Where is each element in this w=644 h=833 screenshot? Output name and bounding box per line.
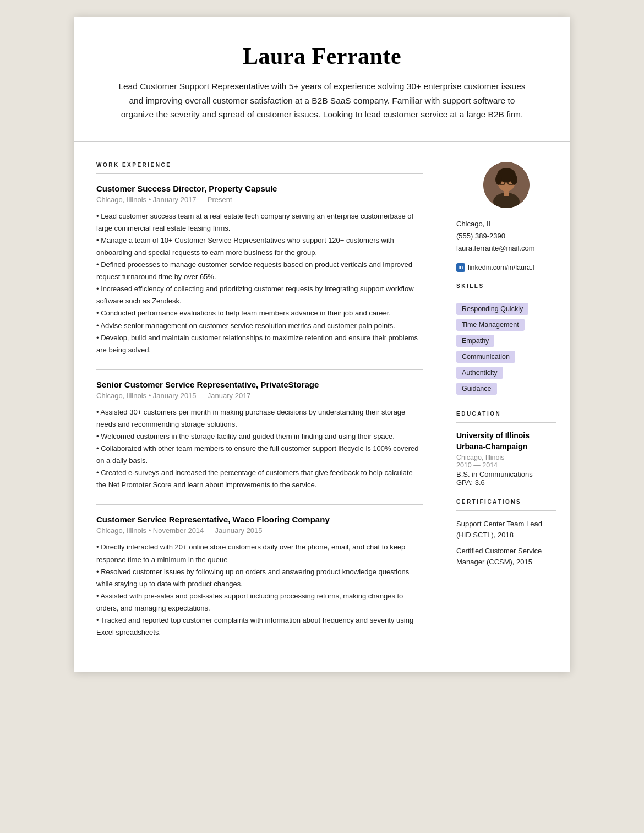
certifications-label: CERTIFICATIONS — [456, 499, 556, 505]
resume-wrapper: Laura Ferrante Lead Customer Support Rep… — [74, 17, 570, 672]
education-section: EDUCATION University of Illinois Urbana-… — [456, 411, 556, 487]
skill-tag: Authenticity — [456, 367, 503, 379]
job-1: Customer Success Director, Property Caps… — [96, 184, 423, 356]
skills-divider — [456, 295, 556, 295]
candidate-summary: Lead Customer Support Representative wit… — [118, 79, 526, 122]
skill-tag: Guidance — [456, 383, 497, 395]
job-2-bullets: • Assisted 30+ customers per month in ma… — [96, 406, 423, 492]
edu-gpa: GPA: 3.6 — [456, 478, 556, 487]
resume-header: Laura Ferrante Lead Customer Support Rep… — [74, 17, 570, 141]
avatar-image — [483, 162, 530, 208]
work-section-divider — [96, 173, 423, 174]
candidate-name: Laura Ferrante — [118, 43, 526, 69]
svg-point-3 — [495, 174, 502, 185]
svg-point-4 — [511, 174, 517, 185]
cert-item: Support Center Team Lead (HID SCTL), 201… — [456, 519, 556, 540]
education-divider — [456, 422, 556, 423]
certifications-section: CERTIFICATIONS Support Center Team Lead … — [456, 499, 556, 567]
job-3-bullets: • Directly interacted with 20+ online st… — [96, 541, 423, 639]
contact-phone: (555) 389-2390 — [456, 230, 556, 242]
right-column: Chicago, IL (555) 389-2390 laura.ferrant… — [443, 142, 570, 672]
avatar — [483, 162, 530, 208]
job-3-location-date: Chicago, Illinois • November 2014 — Jaun… — [96, 526, 423, 535]
avatar-area — [456, 162, 556, 208]
cert-item: Certified Customer Service Manager (CCSM… — [456, 546, 556, 567]
contact-email: laura.ferrante@mail.com — [456, 242, 556, 254]
skills-container: Responding QuicklyTime ManagementEmpathy… — [456, 303, 556, 399]
education-label: EDUCATION — [456, 411, 556, 417]
job-3: Customer Service Representative, Waco Fl… — [96, 515, 423, 639]
job-1-title: Customer Success Director, Property Caps… — [96, 184, 423, 193]
job-3-title: Customer Service Representative, Waco Fl… — [96, 515, 423, 524]
job-divider-2 — [96, 504, 423, 505]
resume-body: WORK EXPERIENCE Customer Success Directo… — [74, 141, 570, 672]
job-2: Senior Customer Service Representative, … — [96, 380, 423, 492]
linkedin-row: in linkedin.com/in/laura.f — [456, 263, 556, 272]
job-2-title: Senior Customer Service Representative, … — [96, 380, 423, 389]
edu-school: University of Illinois Urbana-Champaign — [456, 431, 556, 452]
edu-location: Chicago, Illinois — [456, 454, 556, 461]
contact-info: Chicago, IL (555) 389-2390 laura.ferrant… — [456, 218, 556, 254]
skill-tag: Communication — [456, 351, 515, 363]
job-2-location-date: Chicago, Illinois • January 2015 — Janua… — [96, 391, 423, 400]
certifications-divider — [456, 510, 556, 511]
left-column: WORK EXPERIENCE Customer Success Directo… — [74, 142, 443, 672]
contact-city: Chicago, IL — [456, 218, 556, 230]
skill-tag: Time Management — [456, 319, 525, 331]
certs-container: Support Center Team Lead (HID SCTL), 201… — [456, 519, 556, 567]
skills-label: SKILLS — [456, 283, 556, 289]
skill-tag: Responding Quickly — [456, 303, 528, 315]
job-divider-1 — [96, 369, 423, 370]
skills-section: SKILLS Responding QuicklyTime Management… — [456, 283, 556, 399]
linkedin-icon: in — [456, 263, 465, 272]
job-1-location-date: Chicago, Illinois • January 2017 — Prese… — [96, 195, 423, 204]
work-experience-label: WORK EXPERIENCE — [96, 162, 423, 168]
skill-tag: Empathy — [456, 335, 494, 347]
edu-degree: B.S. in Communications — [456, 470, 556, 478]
edu-dates: 2010 — 2014 — [456, 461, 556, 469]
linkedin-url: linkedin.com/in/laura.f — [468, 264, 534, 271]
svg-rect-9 — [504, 190, 509, 196]
job-1-bullets: • Lead customer success team at a real e… — [96, 210, 423, 356]
